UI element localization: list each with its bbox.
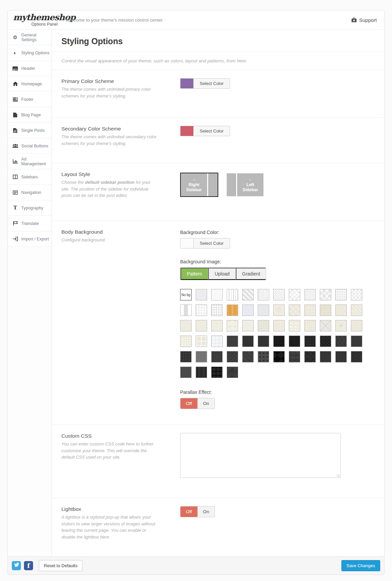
background-color-picker[interactable]: Select Color: [180, 238, 230, 249]
pattern-swatch-lavender-checker[interactable]: [242, 304, 254, 316]
pattern-swatch-speckled-grid[interactable]: [196, 304, 207, 316]
pattern-swatch-dark-knobs[interactable]: [258, 351, 269, 362]
pattern-swatch-dark-grid[interactable]: [180, 367, 192, 378]
pattern-swatch-cream-diamond[interactable]: [196, 320, 207, 331]
pattern-swatch-vertical-bars[interactable]: [227, 289, 238, 300]
sidebar-item-styling-options[interactable]: ◐ Styling Options: [8, 45, 52, 61]
pattern-swatch-cream-diagonal[interactable]: [335, 304, 347, 316]
tab-upload[interactable]: Upload: [208, 268, 235, 280]
pattern-swatch-dark-geometric[interactable]: [335, 336, 347, 347]
pattern-swatch-cream-scales[interactable]: [289, 320, 300, 331]
sidebar-item-sidebars[interactable]: Sidebars: [8, 169, 52, 185]
pattern-swatch-dark-weave[interactable]: [258, 336, 269, 347]
pattern-swatch-fine-grid[interactable]: [335, 289, 347, 300]
pattern-swatch-black-circles[interactable]: [273, 336, 285, 347]
support-link[interactable]: Support: [351, 17, 377, 23]
pattern-swatch-pinstripes[interactable]: [258, 289, 269, 300]
sidebar-item-footer[interactable]: Footer: [8, 92, 52, 107]
pattern-swatch-diagonal-cross[interactable]: [320, 320, 331, 331]
pattern-swatch-sparse-dots[interactable]: [180, 336, 192, 347]
pattern-swatch-cream-dots[interactable]: [304, 320, 316, 331]
sidebar-item-single-posts[interactable]: Single Posts: [8, 123, 52, 138]
pattern-swatch-dark-hexagons[interactable]: [304, 351, 316, 362]
section-description: Configure background.: [61, 237, 157, 243]
lightbox-off-button[interactable]: Off: [180, 506, 197, 517]
pattern-swatch-cream-crumple[interactable]: [242, 320, 254, 331]
pattern-swatch-center-stripe[interactable]: [180, 304, 192, 316]
pattern-swatch-bold-grid[interactable]: [211, 304, 223, 316]
pattern-swatch-black-ornament[interactable]: [320, 336, 331, 347]
pattern-swatch-dark-lines[interactable]: [351, 351, 362, 362]
sidebar-item-blog-page[interactable]: Blog Page: [8, 107, 52, 123]
pattern-swatch-dark-starburst[interactable]: [320, 351, 331, 362]
sidebar-item-header[interactable]: Header: [8, 61, 52, 76]
section-layout-style: Layout Style Choose the default sidebar …: [52, 163, 384, 221]
pattern-swatch-zigzag[interactable]: [273, 289, 285, 300]
pattern-swatch-cream-squares[interactable]: [289, 304, 300, 316]
sidebar-item-typography[interactable]: T Typography: [8, 200, 52, 216]
sidebar-item-general-settings[interactable]: ⚙ General Settings: [8, 30, 52, 45]
pattern-swatch-dark-curves[interactable]: [227, 336, 238, 347]
pattern-swatch-dark-diagonal-lines[interactable]: [242, 351, 254, 362]
pattern-swatch-black-basketweave[interactable]: [289, 336, 300, 347]
sidebar-item-social-buttons[interactable]: Social Buttons: [8, 138, 52, 154]
sidebar-item-label: Styling Options: [21, 51, 50, 55]
primary-color-picker[interactable]: Select Color: [180, 78, 230, 89]
pattern-swatch-dark-maze[interactable]: [180, 351, 192, 362]
lightbox-toggle: Off On: [180, 506, 215, 517]
layout-option-right-sidebar[interactable]: → Right Sidebar: [180, 173, 218, 197]
pattern-swatch-beige-weave[interactable]: [180, 320, 192, 331]
tab-gradient[interactable]: Gradient: [236, 268, 266, 280]
pattern-swatch-dark-solid-2[interactable]: [211, 351, 223, 362]
pattern-swatch-cream-circles[interactable]: [304, 304, 316, 316]
tab-pattern[interactable]: Pattern: [180, 268, 208, 280]
pattern-swatch-dark-plaid[interactable]: [211, 367, 223, 378]
pattern-swatch-dark-wood[interactable]: [196, 367, 207, 378]
pattern-swatch-beige-plaid[interactable]: [196, 336, 207, 347]
pattern-swatch-dark-grid-fine[interactable]: [335, 351, 347, 362]
pattern-swatch-dark-diagonal[interactable]: [351, 336, 362, 347]
pattern-swatch-blue-tiles[interactable]: [211, 336, 223, 347]
pattern-swatch-black-blocks[interactable]: [304, 336, 316, 347]
pattern-swatch-fine-checker[interactable]: [351, 320, 362, 331]
pattern-swatch-mosaic-tiles-light[interactable]: [351, 289, 362, 300]
pattern-swatch-gray-blue-texture[interactable]: [258, 304, 269, 316]
sidebar-item-ad-management[interactable]: Ad Management: [8, 154, 52, 169]
pattern-swatch-dark-solid[interactable]: [242, 336, 254, 347]
pattern-swatch-cream-speckle[interactable]: [211, 320, 223, 331]
pattern-swatch-dark-triangles[interactable]: [289, 351, 300, 362]
pattern-swatch-light-plaid[interactable]: [196, 289, 207, 300]
pattern-swatch-cream-diagonal-wide[interactable]: [351, 304, 362, 316]
pattern-swatch-no-bg[interactable]: No bg: [180, 289, 192, 300]
pattern-swatch-cream-scallop[interactable]: [227, 320, 238, 331]
pattern-swatch-black-triangles[interactable]: [273, 351, 285, 362]
pattern-swatch-cream-crosses[interactable]: [320, 304, 331, 316]
pattern-swatch-gray-noise[interactable]: [196, 351, 207, 362]
pattern-swatch-starburst[interactable]: [335, 320, 347, 331]
pattern-swatch-dot-diamond[interactable]: [304, 289, 316, 300]
sidebar-item-translate[interactable]: Translate: [8, 216, 52, 231]
pattern-swatch-dark-zigzag[interactable]: [227, 351, 238, 362]
sidebar-item-homepage[interactable]: Homepage: [8, 76, 52, 92]
custom-css-textarea[interactable]: [180, 433, 341, 478]
twitter-button[interactable]: [12, 561, 21, 570]
lightbox-on-button[interactable]: On: [197, 506, 215, 517]
pattern-swatch-wood[interactable]: [227, 304, 238, 316]
pattern-swatch-diagonal-stripes[interactable]: [242, 289, 254, 300]
parallax-on-button[interactable]: On: [197, 398, 215, 409]
parallax-off-button[interactable]: Off: [180, 398, 197, 409]
pattern-swatch-dark-camo[interactable]: [227, 367, 238, 378]
facebook-button[interactable]: f: [24, 561, 33, 570]
pattern-swatch-white-speckle[interactable]: [211, 289, 223, 300]
pattern-swatch-cream-checker[interactable]: [273, 320, 285, 331]
pattern-swatch-beige-texture[interactable]: [258, 320, 269, 331]
layout-option-left-sidebar[interactable]: ← Left Sidebar: [226, 173, 264, 197]
reset-defaults-button[interactable]: Reset to Defaults: [39, 560, 83, 571]
save-changes-button[interactable]: Save Changes: [341, 560, 380, 571]
sidebar-item-import-export[interactable]: Import / Export: [8, 231, 52, 247]
pattern-swatch-mosaic-tiles[interactable]: [320, 289, 331, 300]
pattern-swatch-cream-soft[interactable]: [273, 304, 285, 316]
pattern-swatch-diamond-lattice[interactable]: [289, 289, 300, 300]
secondary-color-picker[interactable]: Select Color: [180, 126, 230, 136]
sidebar-item-navigation[interactable]: Navigation: [8, 185, 52, 200]
